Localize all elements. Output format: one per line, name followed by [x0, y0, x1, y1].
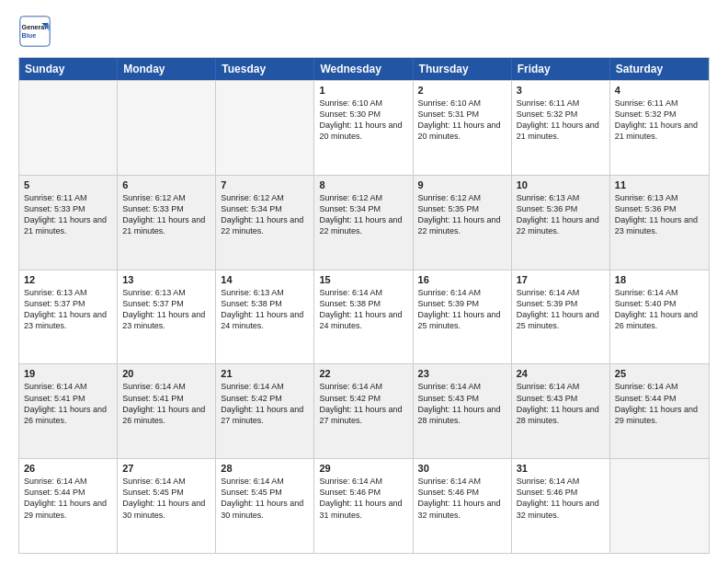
cell-details: Sunrise: 6:11 AMSunset: 5:32 PMDaylight:… [615, 98, 704, 143]
sunrise-label: Sunrise: 6:14 AM [221, 382, 284, 391]
day-number: 4 [615, 85, 704, 96]
day-number: 9 [418, 179, 506, 190]
calendar-cell: 20Sunrise: 6:14 AMSunset: 5:41 PMDayligh… [118, 364, 216, 458]
day-number: 11 [615, 179, 704, 190]
calendar-cell: 12Sunrise: 6:13 AMSunset: 5:37 PMDayligh… [19, 270, 118, 364]
sunrise-label: Sunrise: 6:12 AM [418, 193, 482, 202]
day-number: 24 [517, 368, 605, 379]
sunset-label: Sunset: 5:45 PM [122, 488, 184, 497]
sunrise-label: Sunrise: 6:11 AM [517, 98, 580, 108]
day-number: 8 [319, 179, 407, 190]
sunrise-label: Sunrise: 6:14 AM [418, 382, 482, 391]
sunset-label: Sunset: 5:37 PM [122, 299, 184, 308]
sunrise-label: Sunrise: 6:11 AM [615, 98, 678, 108]
sunset-label: Sunset: 5:30 PM [319, 109, 381, 119]
sunset-label: Sunset: 5:38 PM [319, 299, 381, 308]
cell-details: Sunrise: 6:14 AMSunset: 5:43 PMDaylight:… [418, 381, 506, 426]
sunset-label: Sunset: 5:32 PM [517, 109, 578, 119]
calendar-cell: 19Sunrise: 6:14 AMSunset: 5:41 PMDayligh… [19, 364, 118, 458]
sunset-label: Sunset: 5:45 PM [221, 488, 282, 497]
svg-text:General: General [22, 23, 47, 31]
calendar-cell: 4Sunrise: 6:11 AMSunset: 5:32 PMDaylight… [610, 81, 709, 175]
sunset-label: Sunset: 5:46 PM [418, 488, 480, 497]
calendar-cell: 13Sunrise: 6:13 AMSunset: 5:37 PMDayligh… [118, 270, 216, 364]
calendar-cell: 7Sunrise: 6:12 AMSunset: 5:34 PMDaylight… [216, 176, 314, 270]
sunset-label: Sunset: 5:41 PM [24, 394, 85, 403]
cell-details: Sunrise: 6:13 AMSunset: 5:37 PMDaylight:… [24, 287, 112, 332]
sunset-label: Sunset: 5:42 PM [221, 394, 282, 403]
calendar-row: 19Sunrise: 6:14 AMSunset: 5:41 PMDayligh… [19, 363, 709, 458]
day-number: 23 [418, 368, 506, 379]
sunrise-label: Sunrise: 6:13 AM [221, 288, 284, 297]
daylight-label: Daylight: 11 hours and 20 minutes. [418, 121, 501, 141]
calendar-row: 12Sunrise: 6:13 AMSunset: 5:37 PMDayligh… [19, 270, 709, 364]
daylight-label: Daylight: 11 hours and 28 minutes. [517, 405, 599, 425]
daylight-label: Daylight: 11 hours and 24 minutes. [221, 310, 303, 330]
day-number: 30 [418, 463, 506, 474]
calendar-header: SundayMondayTuesdayWednesdayThursdayFrid… [19, 58, 709, 80]
sunrise-label: Sunrise: 6:14 AM [319, 382, 382, 391]
calendar-day-header: Monday [118, 58, 216, 80]
calendar-cell: 24Sunrise: 6:14 AMSunset: 5:43 PMDayligh… [512, 364, 610, 458]
calendar-cell: 27Sunrise: 6:14 AMSunset: 5:45 PMDayligh… [118, 459, 216, 553]
daylight-label: Daylight: 11 hours and 21 minutes. [24, 215, 107, 236]
cell-details: Sunrise: 6:13 AMSunset: 5:36 PMDaylight:… [517, 192, 605, 237]
sunset-label: Sunset: 5:44 PM [24, 488, 85, 497]
sunset-label: Sunset: 5:43 PM [517, 394, 578, 403]
day-number: 19 [24, 368, 112, 379]
calendar-day-header: Wednesday [314, 58, 413, 80]
daylight-label: Daylight: 11 hours and 26 minutes. [615, 310, 698, 330]
day-number: 3 [517, 85, 605, 96]
day-number: 1 [319, 85, 407, 96]
cell-details: Sunrise: 6:14 AMSunset: 5:46 PMDaylight:… [418, 476, 506, 521]
sunrise-label: Sunrise: 6:14 AM [517, 477, 580, 486]
sunrise-label: Sunrise: 6:13 AM [24, 288, 87, 297]
calendar-cell: 18Sunrise: 6:14 AMSunset: 5:40 PMDayligh… [610, 270, 709, 364]
cell-details: Sunrise: 6:14 AMSunset: 5:41 PMDaylight:… [122, 381, 210, 426]
daylight-label: Daylight: 11 hours and 25 minutes. [418, 310, 501, 330]
sunset-label: Sunset: 5:46 PM [517, 488, 578, 497]
svg-text:Blue: Blue [22, 31, 37, 40]
cell-details: Sunrise: 6:14 AMSunset: 5:46 PMDaylight:… [517, 476, 605, 521]
sunset-label: Sunset: 5:32 PM [615, 109, 677, 119]
sunset-label: Sunset: 5:35 PM [418, 204, 480, 213]
sunrise-label: Sunrise: 6:14 AM [122, 382, 186, 391]
calendar-cell: 16Sunrise: 6:14 AMSunset: 5:39 PMDayligh… [414, 270, 512, 364]
sunset-label: Sunset: 5:42 PM [319, 394, 381, 403]
cell-details: Sunrise: 6:14 AMSunset: 5:44 PMDaylight:… [615, 381, 704, 426]
cell-details: Sunrise: 6:10 AMSunset: 5:31 PMDaylight:… [418, 98, 506, 143]
day-number: 22 [319, 368, 407, 379]
calendar-day-header: Saturday [610, 58, 709, 80]
sunset-label: Sunset: 5:40 PM [615, 299, 677, 308]
calendar-day-header: Friday [512, 58, 610, 80]
sunset-label: Sunset: 5:36 PM [517, 204, 578, 213]
cell-details: Sunrise: 6:14 AMSunset: 5:45 PMDaylight:… [122, 476, 210, 521]
calendar-day-header: Sunday [19, 58, 118, 80]
daylight-label: Daylight: 11 hours and 28 minutes. [418, 405, 501, 425]
cell-details: Sunrise: 6:10 AMSunset: 5:30 PMDaylight:… [319, 98, 407, 143]
sunrise-label: Sunrise: 6:11 AM [24, 193, 87, 202]
cell-details: Sunrise: 6:14 AMSunset: 5:39 PMDaylight:… [517, 287, 605, 332]
sunrise-label: Sunrise: 6:10 AM [319, 98, 382, 108]
sunrise-label: Sunrise: 6:12 AM [221, 193, 284, 202]
calendar-cell: 26Sunrise: 6:14 AMSunset: 5:44 PMDayligh… [19, 459, 118, 553]
daylight-label: Daylight: 11 hours and 30 minutes. [122, 499, 205, 519]
daylight-label: Daylight: 11 hours and 22 minutes. [319, 215, 402, 236]
daylight-label: Daylight: 11 hours and 24 minutes. [319, 310, 402, 330]
daylight-label: Daylight: 11 hours and 32 minutes. [517, 499, 599, 519]
header: General Blue [18, 15, 710, 48]
calendar-cell [610, 459, 709, 553]
sunset-label: Sunset: 5:38 PM [221, 299, 282, 308]
day-number: 15 [319, 274, 407, 285]
daylight-label: Daylight: 11 hours and 29 minutes. [24, 499, 107, 519]
cell-details: Sunrise: 6:14 AMSunset: 5:43 PMDaylight:… [517, 381, 605, 426]
day-number: 27 [122, 463, 210, 474]
sunrise-label: Sunrise: 6:14 AM [319, 288, 382, 297]
calendar-cell [216, 81, 314, 175]
sunrise-label: Sunrise: 6:14 AM [24, 382, 87, 391]
sunrise-label: Sunrise: 6:13 AM [517, 193, 580, 202]
cell-details: Sunrise: 6:13 AMSunset: 5:36 PMDaylight:… [615, 192, 704, 237]
daylight-label: Daylight: 11 hours and 23 minutes. [122, 310, 205, 330]
sunrise-label: Sunrise: 6:14 AM [418, 477, 482, 486]
daylight-label: Daylight: 11 hours and 22 minutes. [517, 215, 599, 236]
